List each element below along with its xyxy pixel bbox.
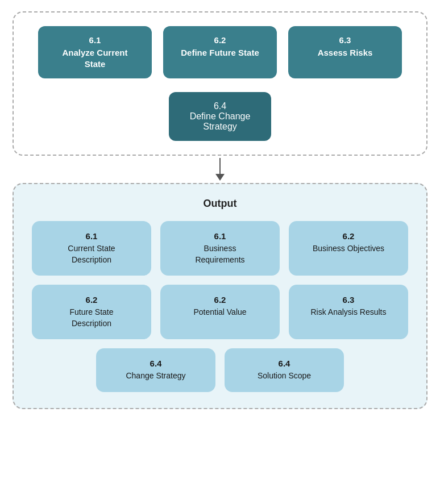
output-64-change-strategy: 6.4 Change Strategy <box>96 348 215 392</box>
top-row: 6.1 Analyze CurrentState 6.2 Define Futu… <box>25 26 415 78</box>
arrow-head <box>215 174 225 181</box>
center-row: 6.4 Define ChangeStrategy <box>25 92 415 141</box>
box-63-assess-number: 6.3 <box>300 35 391 45</box>
output-62-potential-value: 6.2 Potential Value <box>160 285 280 339</box>
output-62-future-state-label: Future StateDescription <box>41 307 142 329</box>
output-61-current-state-number: 6.1 <box>41 231 142 241</box>
box-61-analyze: 6.1 Analyze CurrentState <box>38 26 152 78</box>
output-62-business-obj-label: Business Objectives <box>298 243 399 255</box>
box-61-analyze-label: Analyze CurrentState <box>49 47 140 69</box>
output-62-business-obj: 6.2 Business Objectives <box>289 221 408 276</box>
box-64-strategy: 6.4 Define ChangeStrategy <box>169 92 271 141</box>
box-64-strategy-label: Define ChangeStrategy <box>186 111 254 132</box>
top-section: 6.1 Analyze CurrentState 6.2 Define Futu… <box>13 11 427 156</box>
output-62-future-state-number: 6.2 <box>41 295 142 305</box>
output-row-2: 6.2 Future StateDescription 6.2 Potentia… <box>25 285 415 339</box>
output-62-potential-value-number: 6.2 <box>169 295 271 305</box>
output-64-change-strategy-number: 6.4 <box>105 359 206 368</box>
box-63-assess-label: Assess Risks <box>300 47 391 59</box>
output-61-business-req-label: BusinessRequirements <box>169 243 271 265</box>
output-62-potential-value-label: Potential Value <box>169 307 271 318</box>
output-61-current-state: 6.1 Current StateDescription <box>32 221 151 276</box>
arrow-line <box>219 158 221 174</box>
output-64-solution-scope-number: 6.4 <box>234 359 335 368</box>
output-title: Output <box>25 198 415 210</box>
box-62-define-future-number: 6.2 <box>175 35 265 45</box>
arrow-connector <box>215 156 225 183</box>
output-61-business-req-number: 6.1 <box>169 231 271 241</box>
output-row-3: 6.4 Change Strategy 6.4 Solution Scope <box>25 348 415 392</box>
output-64-change-strategy-label: Change Strategy <box>105 370 206 382</box>
arrow-down <box>215 158 225 181</box>
box-64-strategy-number: 6.4 <box>186 101 254 111</box>
output-62-future-state: 6.2 Future StateDescription <box>32 285 151 339</box>
box-62-define-future-label: Define Future State <box>175 47 265 59</box>
box-62-define-future: 6.2 Define Future State <box>163 26 277 78</box>
box-61-analyze-number: 6.1 <box>49 35 140 45</box>
output-61-business-req: 6.1 BusinessRequirements <box>160 221 280 276</box>
output-64-solution-scope-label: Solution Scope <box>234 370 335 382</box>
output-64-solution-scope: 6.4 Solution Scope <box>225 348 344 392</box>
bottom-section: Output 6.1 Current StateDescription 6.1 … <box>13 183 427 409</box>
output-62-business-obj-number: 6.2 <box>298 231 399 241</box>
output-63-risk-analysis: 6.3 Risk Analysis Results <box>289 285 408 339</box>
output-grid: 6.1 Current StateDescription 6.1 Busines… <box>25 221 415 392</box>
output-63-risk-analysis-label: Risk Analysis Results <box>298 307 399 318</box>
output-61-current-state-label: Current StateDescription <box>41 243 142 265</box>
output-63-risk-analysis-number: 6.3 <box>298 295 399 305</box>
output-row-1: 6.1 Current StateDescription 6.1 Busines… <box>25 221 415 276</box>
box-63-assess: 6.3 Assess Risks <box>288 26 402 78</box>
